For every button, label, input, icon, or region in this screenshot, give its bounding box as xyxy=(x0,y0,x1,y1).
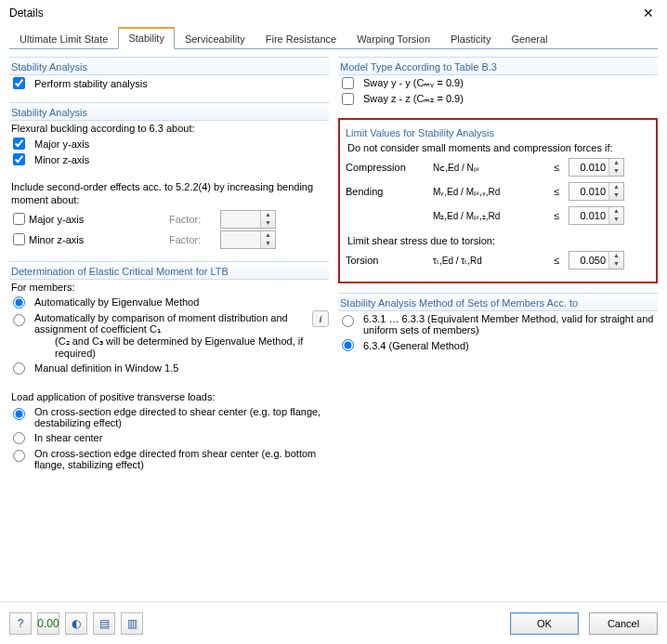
group-stability-analysis: Stability Analysis xyxy=(9,57,329,75)
bending-z-input[interactable] xyxy=(569,207,608,224)
so-minor-z[interactable]: Minor z-axis xyxy=(11,233,169,245)
load-app-intro: Load application of positive transverse … xyxy=(9,389,329,404)
info-icon[interactable]: i xyxy=(312,310,329,327)
group-method: Stability Analysis Method of Sets of Mem… xyxy=(338,293,658,311)
flex-major-y[interactable]: Major y-axis xyxy=(9,136,329,151)
help-icon[interactable]: ? xyxy=(9,612,32,635)
torsion-input[interactable] xyxy=(569,252,608,269)
opt-method-1-radio[interactable] xyxy=(342,315,354,327)
torsion-label: Torsion xyxy=(346,255,429,266)
le-2: ≤ xyxy=(548,186,565,197)
opt-load-2-radio[interactable] xyxy=(13,432,25,444)
bending-y-input[interactable] xyxy=(569,183,608,200)
spin-icon[interactable]: ▲▼ xyxy=(608,207,623,224)
bending-y-formula: Mᵧ,Ed / Mₚₗ,ᵧ,Rd xyxy=(433,187,544,197)
flexural-intro: Flexural buckling according to 6.3 about… xyxy=(9,121,329,136)
le-1: ≤ xyxy=(548,162,565,173)
so-minor-z-checkbox[interactable] xyxy=(13,233,25,245)
tab-stability[interactable]: Stability xyxy=(118,27,175,49)
le-4: ≤ xyxy=(548,255,565,266)
window-title: Details xyxy=(9,7,44,20)
opt-load-1[interactable]: On cross-section edge directed to shear … xyxy=(9,404,329,430)
torsion-spinner[interactable]: ▲▼ xyxy=(569,251,624,269)
limit-intro: Do not consider small moments and compre… xyxy=(346,140,650,155)
tab-warping[interactable]: Warping Torsion xyxy=(347,29,440,49)
compression-label: Compression xyxy=(346,162,429,173)
opt-auto-cmp[interactable]: Automatically by comparison of moment di… xyxy=(9,310,312,361)
for-members-label: For members: xyxy=(9,280,329,295)
flex-major-y-checkbox[interactable] xyxy=(13,138,25,150)
opt-method-2-radio[interactable] xyxy=(342,339,354,351)
le-3: ≤ xyxy=(548,210,565,221)
group-limit-values: Limit Values for Stability Analysis xyxy=(346,124,650,140)
tab-uls[interactable]: Ultimate Limit State xyxy=(9,29,118,49)
opt-auto-eig-radio[interactable] xyxy=(13,296,25,309)
opt-load-3-radio[interactable] xyxy=(13,450,25,462)
group-stability-analysis-2: Stability Analysis xyxy=(9,102,329,121)
opt-load-3[interactable]: On cross-section edge directed from shea… xyxy=(9,446,329,472)
bending-z-formula: M₂,Ed / Mₚₗ,₂,Rd xyxy=(433,211,544,221)
bending-z-spinner[interactable]: ▲▼ xyxy=(569,206,624,225)
factor-label-1: Factor: xyxy=(169,214,220,225)
tab-fire[interactable]: Fire Resistance xyxy=(255,29,347,49)
flex-minor-z[interactable]: Minor z-axis xyxy=(9,151,329,167)
opt-load-2[interactable]: In shear center xyxy=(9,430,329,446)
bending-y-spinner[interactable]: ▲▼ xyxy=(569,182,624,201)
cancel-button[interactable]: Cancel xyxy=(589,612,658,635)
compression-formula: Nᴄ,Ed / Nₚₗ xyxy=(433,163,544,173)
tool1-icon[interactable]: ▤ xyxy=(93,612,115,635)
so-major-y-checkbox[interactable] xyxy=(13,213,25,225)
factor-z-input xyxy=(221,231,260,248)
limit-values-box: Limit Values for Stability Analysis Do n… xyxy=(338,118,658,283)
sway-y-checkbox[interactable] xyxy=(342,77,354,89)
spin-icon[interactable]: ▲▼ xyxy=(608,159,623,176)
opt-manual[interactable]: Manual definition in Window 1.5 xyxy=(9,361,329,376)
so-major-y[interactable]: Major y-axis xyxy=(11,213,169,225)
opt-auto-cmp-radio[interactable] xyxy=(13,314,25,326)
factor-y-input xyxy=(221,211,260,228)
opt-method-2[interactable]: 6.3.4 (General Method) xyxy=(338,337,658,353)
ok-button[interactable]: OK xyxy=(510,612,579,635)
settings-icon[interactable]: ◐ xyxy=(65,612,87,635)
sway-y[interactable]: Sway y - y (Cₘᵧ = 0.9) xyxy=(338,75,658,91)
perform-stability-check[interactable]: Perform stability analysis xyxy=(9,75,329,91)
group-model-type: Model Type According to Table B.3 xyxy=(338,57,658,75)
compression-input[interactable] xyxy=(569,159,608,176)
compression-spinner[interactable]: ▲▼ xyxy=(569,158,624,177)
opt-manual-radio[interactable] xyxy=(13,362,25,375)
close-icon[interactable]: ✕ xyxy=(639,6,658,20)
tab-serviceability[interactable]: Serviceability xyxy=(175,29,255,49)
bending-label: Bending xyxy=(346,186,429,197)
shear-note: Limit shear stress due to torsion: xyxy=(346,233,650,248)
opt-auto-eig[interactable]: Automatically by Eigenvalue Method xyxy=(9,295,329,310)
sway-z[interactable]: Sway z - z (Cₘ₂ = 0.9) xyxy=(338,91,658,107)
perform-stability-checkbox[interactable] xyxy=(13,77,25,89)
torsion-formula: τₜ,Ed / τₜ,Rd xyxy=(433,256,544,266)
factor-y-spinner: ▲▼ xyxy=(220,210,276,229)
tabstrip: Ultimate Limit State Stability Serviceab… xyxy=(9,26,658,49)
factor-z-spinner: ▲▼ xyxy=(220,230,276,249)
second-order-intro: Include second-order effects acc. to 5.2… xyxy=(9,178,329,209)
spin-icon[interactable]: ▲▼ xyxy=(608,252,623,269)
flex-minor-z-checkbox[interactable] xyxy=(13,153,25,165)
units-icon[interactable]: 0.00 xyxy=(37,612,59,635)
opt-method-1[interactable]: 6.3.1 … 6.3.3 (Equivalent Member Method,… xyxy=(338,311,658,337)
opt-load-1-radio[interactable] xyxy=(13,408,25,420)
factor-label-2: Factor: xyxy=(169,234,220,245)
tool2-icon[interactable]: ▥ xyxy=(121,612,143,635)
tab-plasticity[interactable]: Plasticity xyxy=(440,29,501,49)
group-elastic-moment: Determination of Elastic Critical Moment… xyxy=(9,261,329,280)
tab-general[interactable]: General xyxy=(501,29,557,49)
sway-z-checkbox[interactable] xyxy=(342,93,354,105)
spin-icon[interactable]: ▲▼ xyxy=(608,183,623,200)
